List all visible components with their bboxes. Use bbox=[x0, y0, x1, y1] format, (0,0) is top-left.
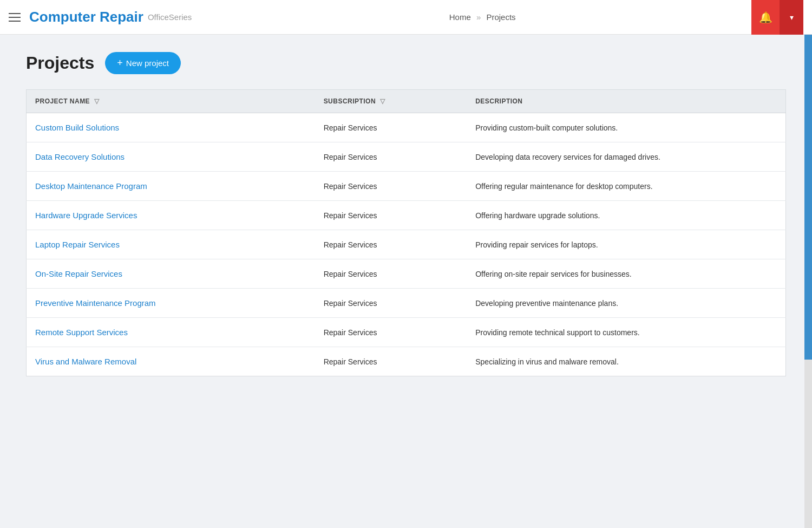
cell-description: Developing preventive maintenance plans. bbox=[467, 289, 785, 318]
table-row: Hardware Upgrade ServicesRepair Services… bbox=[27, 201, 786, 230]
app-series: OfficeSeries bbox=[148, 12, 192, 22]
scrollbar-track bbox=[804, 0, 812, 528]
cell-name: Preventive Maintenance Program bbox=[27, 289, 315, 318]
project-link[interactable]: Data Recovery Solutions bbox=[35, 152, 125, 161]
project-link[interactable]: Laptop Repair Services bbox=[35, 240, 120, 249]
cell-subscription: Repair Services bbox=[315, 259, 467, 289]
breadcrumb-home[interactable]: Home bbox=[449, 12, 471, 22]
table-row: On-Site Repair ServicesRepair ServicesOf… bbox=[27, 259, 786, 289]
table-row: Virus and Malware RemovalRepair Services… bbox=[27, 347, 786, 376]
cell-description: Providing remote technical support to cu… bbox=[467, 318, 785, 347]
app-logo: Computer Repair bbox=[29, 9, 143, 25]
cell-name: On-Site Repair Services bbox=[27, 259, 315, 289]
scrollbar-thumb[interactable] bbox=[804, 35, 812, 360]
cell-name: Virus and Malware Removal bbox=[27, 347, 315, 376]
cell-name: Data Recovery Solutions bbox=[27, 142, 315, 172]
main-content: Projects + New project PROJECT NAME ▽ SU… bbox=[0, 35, 812, 394]
project-link[interactable]: Preventive Maintenance Program bbox=[35, 298, 156, 308]
breadcrumb: Home » Projects bbox=[213, 12, 751, 22]
table-header: PROJECT NAME ▽ SUBSCRIPTION ▽ DESCRIPTIO… bbox=[27, 90, 786, 113]
cell-subscription: Repair Services bbox=[315, 230, 467, 259]
table-body: Custom Build SolutionsRepair ServicesPro… bbox=[27, 113, 786, 376]
cell-subscription: Repair Services bbox=[315, 347, 467, 376]
breadcrumb-separator: » bbox=[476, 12, 481, 22]
cell-subscription: Repair Services bbox=[315, 318, 467, 347]
cell-description: Developing data recovery services for da… bbox=[467, 142, 785, 172]
col-header-description: DESCRIPTION bbox=[467, 90, 785, 113]
breadcrumb-current: Projects bbox=[486, 12, 515, 22]
cell-name: Hardware Upgrade Services bbox=[27, 201, 315, 230]
new-project-button[interactable]: + New project bbox=[105, 52, 181, 74]
projects-table: PROJECT NAME ▽ SUBSCRIPTION ▽ DESCRIPTIO… bbox=[26, 89, 786, 376]
new-project-label: New project bbox=[126, 58, 169, 68]
project-link[interactable]: Custom Build Solutions bbox=[35, 123, 119, 132]
bell-icon: 🔔 bbox=[759, 11, 772, 24]
project-link[interactable]: Virus and Malware Removal bbox=[35, 357, 136, 366]
table-row: Custom Build SolutionsRepair ServicesPro… bbox=[27, 113, 786, 142]
plus-icon: + bbox=[117, 57, 123, 69]
cell-description: Providing custom-built computer solution… bbox=[467, 113, 785, 142]
col-header-name: PROJECT NAME ▽ bbox=[27, 90, 315, 113]
page-title: Projects bbox=[26, 53, 94, 73]
table-row: Laptop Repair ServicesRepair ServicesPro… bbox=[27, 230, 786, 259]
cell-subscription: Repair Services bbox=[315, 142, 467, 172]
header: Computer Repair OfficeSeries Home » Proj… bbox=[0, 0, 812, 35]
filter-icon-name[interactable]: ▽ bbox=[94, 97, 99, 105]
cell-subscription: Repair Services bbox=[315, 172, 467, 201]
chevron-down-icon: ▾ bbox=[790, 13, 794, 22]
page-title-row: Projects + New project bbox=[26, 52, 786, 74]
cell-description: Providing repair services for laptops. bbox=[467, 230, 785, 259]
cell-description: Offering on-site repair services for bus… bbox=[467, 259, 785, 289]
menu-icon[interactable] bbox=[9, 13, 21, 22]
cell-name: Custom Build Solutions bbox=[27, 113, 315, 142]
cell-subscription: Repair Services bbox=[315, 201, 467, 230]
cell-description: Offering hardware upgrade solutions. bbox=[467, 201, 785, 230]
user-dropdown-button[interactable]: ▾ bbox=[780, 0, 803, 35]
cell-subscription: Repair Services bbox=[315, 113, 467, 142]
cell-description: Offering regular maintenance for desktop… bbox=[467, 172, 785, 201]
bell-button[interactable]: 🔔 bbox=[751, 0, 780, 35]
cell-name: Laptop Repair Services bbox=[27, 230, 315, 259]
table-row: Data Recovery SolutionsRepair ServicesDe… bbox=[27, 142, 786, 172]
project-link[interactable]: Desktop Maintenance Program bbox=[35, 181, 147, 191]
cell-subscription: Repair Services bbox=[315, 289, 467, 318]
project-link[interactable]: Hardware Upgrade Services bbox=[35, 211, 137, 220]
cell-description: Specializing in virus and malware remova… bbox=[467, 347, 785, 376]
cell-name: Remote Support Services bbox=[27, 318, 315, 347]
table-row: Desktop Maintenance ProgramRepair Servic… bbox=[27, 172, 786, 201]
col-header-subscription: SUBSCRIPTION ▽ bbox=[315, 90, 467, 113]
header-actions: 🔔 ▾ bbox=[751, 0, 803, 35]
table-header-row: PROJECT NAME ▽ SUBSCRIPTION ▽ DESCRIPTIO… bbox=[27, 90, 786, 113]
cell-name: Desktop Maintenance Program bbox=[27, 172, 315, 201]
table-row: Remote Support ServicesRepair ServicesPr… bbox=[27, 318, 786, 347]
project-link[interactable]: Remote Support Services bbox=[35, 328, 128, 337]
project-link[interactable]: On-Site Repair Services bbox=[35, 269, 122, 278]
filter-icon-subscription[interactable]: ▽ bbox=[380, 97, 385, 105]
table-row: Preventive Maintenance ProgramRepair Ser… bbox=[27, 289, 786, 318]
